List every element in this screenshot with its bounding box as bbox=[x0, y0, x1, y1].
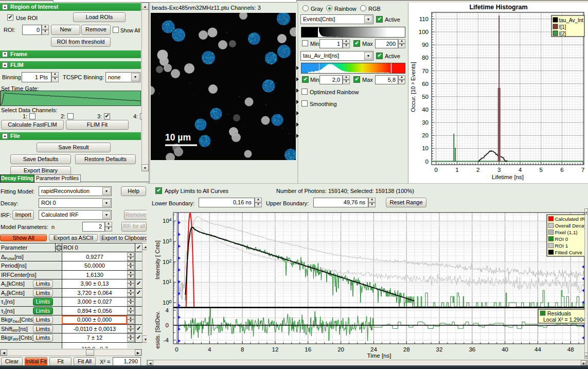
svg-text:102: 102 bbox=[163, 258, 172, 265]
svg-text:6: 6 bbox=[560, 167, 563, 173]
svg-text:10 µm: 10 µm bbox=[165, 132, 191, 143]
svg-text:110: 110 bbox=[419, 16, 429, 22]
svg-text:I[2]: I[2] bbox=[559, 31, 566, 37]
svg-text:Overall Decay: Overall Decay bbox=[555, 223, 587, 229]
svg-text:2: 2 bbox=[476, 167, 479, 173]
svg-text:0: 0 bbox=[175, 346, 178, 353]
svg-text:60: 60 bbox=[422, 81, 429, 87]
svg-text:Occur. [10 3 Events]: Occur. [10 3 Events] bbox=[410, 62, 416, 112]
svg-text:20: 20 bbox=[422, 132, 429, 138]
svg-text:50: 50 bbox=[422, 94, 429, 100]
svg-text:4: 4 bbox=[208, 346, 211, 353]
svg-text:28: 28 bbox=[403, 346, 410, 353]
svg-text:20: 20 bbox=[337, 346, 344, 353]
svg-text:24: 24 bbox=[370, 346, 377, 353]
svg-text:-4: -4 bbox=[164, 337, 169, 343]
svg-text:30: 30 bbox=[422, 119, 429, 126]
svg-text:Local X² = 1,2904: Local X² = 1,2904 bbox=[543, 317, 586, 323]
svg-text:Lifetime Histogram: Lifetime Histogram bbox=[469, 4, 527, 11]
svg-text:0: 0 bbox=[425, 159, 429, 165]
svg-text:12: 12 bbox=[272, 346, 279, 353]
svg-text:4: 4 bbox=[519, 167, 522, 173]
svg-text:70: 70 bbox=[422, 68, 429, 74]
svg-text:ROI 0: ROI 0 bbox=[555, 236, 568, 242]
svg-text:101: 101 bbox=[163, 279, 172, 286]
svg-text:5: 5 bbox=[539, 167, 542, 173]
svg-text:Residuals: Residuals bbox=[547, 310, 571, 317]
svg-text:10: 10 bbox=[422, 145, 429, 151]
svg-text:Intensity [ Cnts]: Intensity [ Cnts] bbox=[154, 240, 161, 279]
svg-text:7: 7 bbox=[581, 167, 584, 173]
svg-text:0: 0 bbox=[434, 167, 437, 173]
svg-text:16: 16 bbox=[305, 346, 311, 353]
svg-text:1: 1 bbox=[455, 167, 458, 173]
svg-text:90: 90 bbox=[422, 42, 429, 48]
svg-text:48: 48 bbox=[567, 346, 574, 353]
svg-text:104: 104 bbox=[163, 218, 172, 224]
svg-text:Calculated IRF: Calculated IRF bbox=[555, 216, 588, 222]
svg-text:ROI 1: ROI 1 bbox=[555, 243, 568, 249]
svg-text:Fitted Curve: Fitted Curve bbox=[555, 250, 583, 255]
svg-text:100: 100 bbox=[163, 299, 172, 306]
svg-text:80: 80 bbox=[422, 55, 429, 61]
svg-text:tau_Av_Int: tau_Av_Int bbox=[559, 17, 584, 23]
svg-text:Lifetime [ns]: Lifetime [ns] bbox=[492, 174, 524, 180]
svg-text:44: 44 bbox=[534, 346, 541, 353]
svg-text:103: 103 bbox=[163, 238, 172, 244]
svg-text:36: 36 bbox=[469, 346, 475, 353]
svg-text:Pixel (1,1): Pixel (1,1) bbox=[555, 230, 578, 235]
svg-text:100: 100 bbox=[419, 29, 429, 35]
svg-text:Time [ns]: Time [ns] bbox=[367, 353, 391, 359]
svg-text:8: 8 bbox=[241, 346, 244, 353]
svg-text:40: 40 bbox=[502, 346, 508, 353]
svg-text:40: 40 bbox=[422, 107, 429, 113]
svg-text:4: 4 bbox=[166, 307, 169, 313]
svg-text:esids. [StdDev.: esids. [StdDev. bbox=[154, 311, 161, 348]
svg-text:0: 0 bbox=[166, 322, 169, 328]
svg-text:I[1]: I[1] bbox=[559, 24, 566, 30]
svg-text:3: 3 bbox=[497, 167, 501, 173]
svg-text:32: 32 bbox=[436, 346, 443, 353]
